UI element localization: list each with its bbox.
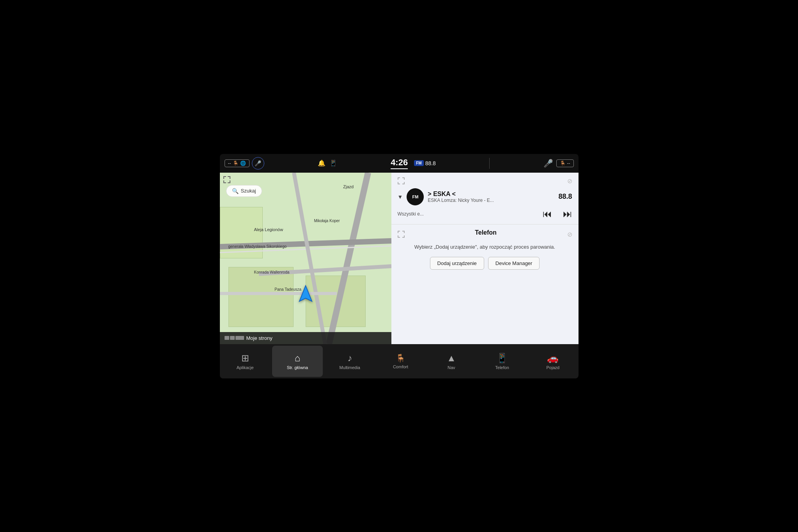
phone-widget: Telefon ⊘ Wybierz „Dodaj urządzenie", ab… xyxy=(391,224,579,344)
status-right-box[interactable]: 🪑 -- xyxy=(556,159,574,167)
add-device-button[interactable]: Dodaj urządzenie xyxy=(430,257,484,270)
navigation-arrow xyxy=(299,285,313,305)
radio-freq: 88.8 xyxy=(425,160,436,166)
time-display: 4:26 xyxy=(391,157,408,169)
nav-item-aplikacje[interactable]: ⊞ Aplikacje xyxy=(220,344,271,378)
nav-label-aplikacje: Aplikacje xyxy=(237,365,254,370)
nav-item-telefon[interactable]: 📱 Telefon xyxy=(477,344,527,378)
map-label-sikorskiego: generała Władysława Sikorskiego xyxy=(228,244,287,249)
aplikacje-icon: ⊞ xyxy=(241,353,249,364)
mic-circle-icon[interactable]: 🎤 xyxy=(252,157,264,170)
music-widget: ⊘ ▼ FM > ESKA < ESKA Lomza: Nicky Youre … xyxy=(391,173,579,224)
radio-badge: FM 88.8 xyxy=(414,160,436,166)
phone-widget-header: Telefon ⊘ xyxy=(398,229,572,240)
nav-label-nav: Nav xyxy=(448,365,455,370)
phone-buttons: Dodaj urządzenie Device Manager xyxy=(398,257,572,270)
globe-icon: 🌐 xyxy=(240,161,246,166)
status-bar: -- 🪑 🌐 🎤 🔔 📱 4:26 FM 88.8 🎤 🪑 -- xyxy=(220,154,579,173)
map-label-legionow: Aleja Legionów xyxy=(254,227,283,232)
multimedia-icon: ♪ xyxy=(347,353,352,364)
music-frequency: 88.8 xyxy=(558,193,572,201)
phone-status-icon[interactable]: 📱 xyxy=(329,159,337,167)
fm-label: FM xyxy=(412,194,418,199)
music-close-icon[interactable]: ⊘ xyxy=(567,177,572,185)
all-label: Wszystki e... xyxy=(398,211,424,217)
control-buttons: ⏮ ⏭ xyxy=(543,209,572,219)
map-label-koper: Mikołaja Koper xyxy=(314,219,340,223)
svg-marker-6 xyxy=(299,286,312,301)
nav-label-telefon: Telefon xyxy=(495,365,509,370)
music-widget-header: ⊘ xyxy=(398,177,572,185)
right-seat-icon: 🪑 xyxy=(560,161,566,166)
map-bg: 🔍 Szukaj Aleja Legionów Mikołaja Koper g… xyxy=(220,173,391,344)
pojazd-icon: 🚗 xyxy=(547,353,559,364)
seat-icon: 🪑 xyxy=(233,161,239,166)
left-box-text: -- xyxy=(228,161,231,166)
map-panel: 🔍 Szukaj Aleja Legionów Mikołaja Koper g… xyxy=(220,173,391,344)
nav-item-pojazd[interactable]: 🚗 Pojazd xyxy=(527,344,578,378)
music-info: > ESKA < ESKA Lomza: Nicky Youre - E... xyxy=(428,191,554,203)
telefon-icon: 📱 xyxy=(496,353,508,364)
music-station-name: > ESKA < xyxy=(428,191,554,198)
svg-line-4 xyxy=(294,173,325,344)
status-center: 4:26 FM 88.8 xyxy=(391,157,436,169)
main-content: 🔍 Szukaj Aleja Legionów Mikołaja Koper g… xyxy=(220,173,579,344)
nav-item-str-glowna[interactable]: ⌂ Str. główna xyxy=(272,346,323,377)
prev-track-button[interactable]: ⏮ xyxy=(543,209,552,219)
map-label-wallenroda: Konrada Wallenroda xyxy=(254,270,290,274)
music-main: ▼ FM > ESKA < ESKA Lomza: Nicky Youre - … xyxy=(398,188,572,205)
map-footer[interactable]: Moje strony xyxy=(220,332,391,344)
status-divider xyxy=(489,158,490,169)
phone-title: Telefon xyxy=(405,229,567,236)
nav-label-pojazd: Pojazd xyxy=(547,365,560,370)
map-search-box[interactable]: 🔍 Szukaj xyxy=(226,185,262,197)
nav-label-str-glowna: Str. główna xyxy=(287,365,308,370)
music-resize-icon[interactable] xyxy=(398,177,405,185)
mic-icon[interactable]: 🎤 xyxy=(543,159,553,168)
status-left-box[interactable]: -- 🪑 🌐 xyxy=(225,159,249,167)
str-glowna-icon: ⌂ xyxy=(295,353,301,364)
phone-close-icon[interactable]: ⊘ xyxy=(567,231,572,238)
screen-wrapper: -- 🪑 🌐 🎤 🔔 📱 4:26 FM 88.8 🎤 🪑 -- xyxy=(220,154,579,378)
map-label-zjazd: Zjazd xyxy=(343,184,354,189)
map-resize-icon[interactable] xyxy=(223,176,231,185)
fm-badge: FM xyxy=(414,160,423,166)
nav-item-comfort[interactable]: 🪑 Comfort xyxy=(375,344,426,378)
music-station-sub: ESKA Lomza: Nicky Youre - E... xyxy=(428,198,506,203)
music-controls: Wszystki e... ⏮ ⏭ xyxy=(398,209,572,219)
status-right: 🎤 🪑 -- xyxy=(543,159,574,168)
search-label: Szukaj xyxy=(241,188,256,194)
right-box-text: -- xyxy=(567,161,570,166)
comfort-icon: 🪑 xyxy=(396,353,405,363)
nav-item-nav[interactable]: ▲ Nav xyxy=(426,344,477,378)
nav-label-multimedia: Multimedia xyxy=(340,365,360,370)
map-roads-svg xyxy=(220,173,391,344)
device-manager-button[interactable]: Device Manager xyxy=(488,257,540,270)
status-icons-row: 🔔 📱 xyxy=(318,159,337,167)
next-track-button[interactable]: ⏭ xyxy=(563,209,572,219)
bell-icon[interactable]: 🔔 xyxy=(318,159,326,167)
map-label-tadeusza: Pana Tadeusza xyxy=(274,287,301,292)
nav-item-multimedia[interactable]: ♪ Multimedia xyxy=(324,344,375,378)
phone-resize-icon[interactable] xyxy=(398,231,405,239)
chevron-down-icon[interactable]: ▼ xyxy=(398,194,403,200)
nav-label-comfort: Comfort xyxy=(393,364,408,369)
status-left: -- 🪑 🌐 🎤 xyxy=(225,157,264,170)
bottom-nav: ⊞ Aplikacje ⌂ Str. główna ♪ Multimedia 🪑… xyxy=(220,344,579,378)
fm-circle: FM xyxy=(407,188,424,205)
right-panels: ⊘ ▼ FM > ESKA < ESKA Lomza: Nicky Youre … xyxy=(391,173,579,344)
map-footer-label: Moje strony xyxy=(246,335,272,341)
pages-icon xyxy=(225,336,244,340)
svg-line-0 xyxy=(329,173,368,344)
nav-nav-icon: ▲ xyxy=(447,353,456,364)
phone-description: Wybierz „Dodaj urządzenie", aby rozpoczą… xyxy=(398,243,572,251)
search-icon: 🔍 xyxy=(232,188,239,194)
